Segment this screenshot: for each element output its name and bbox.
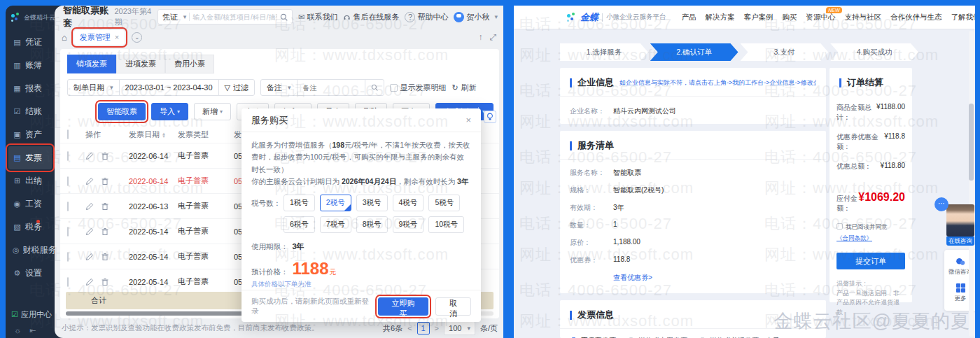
site-logo[interactable]: 金蝶 小微企业云服务平台 [567,11,666,24]
delete-icon[interactable] [101,227,109,236]
delete-icon[interactable] [101,202,109,211]
nav-solutions[interactable]: 解决方案 [706,13,735,22]
current-page[interactable]: 1 [417,322,430,335]
after-sales-service-link[interactable]: 售后在线服务 [343,12,399,22]
service-list-card: 服务清单 服务名称：智能取票 规格：智能取票(2税号) 有效期：3年 数量：1 … [560,131,826,293]
tax-option-4[interactable]: 4税号 [393,195,424,211]
tab-input-invoices[interactable]: 进项发票 [116,55,165,73]
delete-icon[interactable] [101,278,109,286]
service-list-title: 服务清单 [578,139,614,152]
more-services-button[interactable]: 更多 [955,281,967,306]
import-button[interactable]: 导入▾ [151,103,188,120]
support-agent-photo[interactable] [946,204,974,237]
row-checkbox[interactable] [67,277,69,287]
dialog-close-icon[interactable]: × [465,115,471,125]
edit-icon[interactable] [85,227,94,236]
tax-option-7[interactable]: 7税号 [320,216,351,233]
row-checkbox[interactable] [67,202,69,211]
contract-terms-link[interactable]: 《合同条款》 [836,234,872,243]
column-header-date[interactable]: 发票日期▲▼ [129,129,178,140]
sidebar-item-voucher[interactable]: ▤凭证 [6,31,55,54]
add-button[interactable]: 新增▾ [194,103,231,120]
sidebar-item-assets[interactable]: ▣资产 [6,123,55,146]
company-info-card: 企业信息 如企业信息与实际不符，请点击右上角->我的工作台->企业信息->修改企… [560,68,826,124]
edit-icon[interactable] [85,278,94,286]
help-center-link[interactable]: ?帮助中心 [405,12,448,22]
user-menu[interactable]: 贺小秋▾ [454,12,498,22]
date-range-value[interactable]: 2023-03-01 ~ 2023-04-30 [120,80,218,95]
tab-expense-receipts[interactable]: 费用小票 [165,55,214,73]
row-checkbox[interactable] [67,227,69,237]
tax-option-6[interactable]: 6税号 [284,216,315,233]
next-page-button[interactable]: > [435,324,439,332]
sidebar-item-reports[interactable]: ▦报表 [6,77,55,100]
search-category[interactable]: 凭证 [162,12,178,22]
nav-products[interactable]: 产品 [682,13,696,22]
tax-option-1[interactable]: 1税号 [284,195,315,211]
smart-fetch-button[interactable]: 智能取票 [98,103,146,120]
agree-terms-checkbox[interactable]: 我已阅读并同意 《合同条款》 [836,223,905,243]
delete-icon[interactable] [101,253,109,261]
collapse-sidebar-icon[interactable]: ⇤ [29,326,36,335]
tax-option-2[interactable]: 2税号 [320,195,351,211]
tax-option-10[interactable]: 10税号 [428,216,464,233]
contact-us-link[interactable]: ✉联系我们 [298,12,337,22]
remark-field-select[interactable]: 备注▾ [261,80,297,95]
sidebar-item-fiscal-services[interactable]: ◎财税服务 [6,239,55,262]
sidebar-item-invoice[interactable]: ▤发票 [8,146,52,169]
nav-buy[interactable]: 购买 [783,13,797,22]
nav-partners[interactable]: 合作伙伴与生态 [890,13,942,22]
edit-icon[interactable] [85,177,94,185]
sidebar-item-settings[interactable]: ⚙设置 [6,262,55,285]
online-consult-button[interactable]: 在线咨询 [946,237,974,246]
nav-support[interactable]: 支持与社区 [845,13,882,22]
tax-option-9[interactable]: 9税号 [393,216,424,233]
remark-search-button[interactable] [365,80,384,95]
tab-output-invoices[interactable]: 销项发票 [67,55,116,73]
show-invoice-detail-checkbox[interactable]: 显示发票明细 [390,83,447,93]
select-all-checkbox[interactable] [67,129,69,139]
tax-option-3[interactable]: 3税号 [356,195,388,211]
edit-icon[interactable] [85,152,94,160]
date-field-select[interactable]: 制单日期▾ [68,80,119,95]
nav-about[interactable]: 了解我们 [951,13,976,22]
tab-invoice-management[interactable]: 发票管理 × [74,30,125,45]
close-tab-icon[interactable]: × [115,33,119,41]
tax-option-8[interactable]: 8税号 [356,216,388,233]
refresh-button[interactable]: ↻刷新 [452,83,477,93]
filter-button[interactable]: ▽过滤 [219,80,254,95]
delete-icon[interactable] [101,177,109,185]
row-checkbox[interactable] [67,176,69,186]
buy-now-button[interactable]: 立即购买 [378,297,428,316]
row-checkbox[interactable] [67,252,69,262]
sidebar-item-payroll[interactable]: ◉工资 [6,192,55,216]
sidebar-item-closing[interactable]: ☑结账 [6,100,55,123]
fullscreen-icon[interactable]: ⤢ [489,32,496,42]
sidebar-item-cashier[interactable]: ⊞出纳 [6,169,55,192]
scroll-top-icon[interactable]: ↑ [478,32,482,42]
page-size-select[interactable]: 100▾ [444,321,475,335]
theme-icon[interactable]: ☼ [14,326,21,335]
delete-icon[interactable] [101,152,109,160]
nav-resources[interactable]: 资源中心NEW [806,13,836,22]
remark-filter-input[interactable] [303,84,359,92]
chat-bubble-icon[interactable]: ⋯ [934,197,948,211]
vertical-scrollbar[interactable] [969,31,974,337]
tax-option-5[interactable]: 5税号 [428,195,460,211]
edit-icon[interactable] [85,253,94,261]
tips-bulb-icon[interactable] [484,111,496,123]
sidebar-item-app-center[interactable]: ☑ 应用中心 [6,309,55,320]
view-coupons-link[interactable]: 查看优惠券> [613,273,652,283]
search-input[interactable] [192,13,277,21]
tab-list-dropdown-icon[interactable]: ⌄ [132,32,142,43]
cancel-button[interactable]: 取消 [435,297,471,316]
edit-icon[interactable] [85,202,94,211]
home-icon[interactable]: ⌂ [62,32,67,43]
sidebar-item-tax[interactable]: ▧税务 [6,216,55,239]
row-checkbox[interactable] [67,151,69,161]
global-search[interactable]: 凭证 ▾ [158,9,293,24]
sidebar-item-books[interactable]: ▥账簿 [6,54,55,77]
nav-cases[interactable]: 客户案例 [744,13,774,22]
prev-page-button[interactable]: < [407,324,412,332]
submit-order-button[interactable]: 提交订单 [836,253,905,269]
